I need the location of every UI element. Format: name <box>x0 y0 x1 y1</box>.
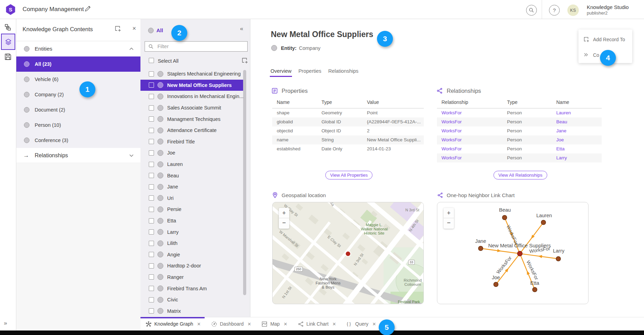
link-cell[interactable]: WorksFor <box>437 126 503 135</box>
add-selected-icon[interactable] <box>241 57 248 64</box>
item-checkbox[interactable] <box>149 184 154 189</box>
entity-list-item[interactable]: Hardtop 2-door <box>140 260 243 272</box>
filter-input[interactable]: Filter <box>145 41 248 52</box>
entity-type-row[interactable]: Document (2) <box>16 102 140 117</box>
link-cell[interactable]: Etta <box>552 144 602 153</box>
entity-list-item[interactable]: Ranger <box>140 272 243 283</box>
view-tab-map[interactable]: Map✕ <box>256 317 292 330</box>
item-checkbox[interactable] <box>149 274 154 280</box>
entity-list-item[interactable]: Persie <box>140 204 243 215</box>
collapse-list-panel-icon[interactable]: « <box>240 25 243 32</box>
link-cell[interactable]: Beau <box>552 117 602 126</box>
entity-list-item[interactable]: Angie <box>140 249 243 261</box>
item-checkbox[interactable] <box>149 173 154 178</box>
select-all-checkbox[interactable] <box>149 58 154 63</box>
expand-rail-icon[interactable]: » <box>4 320 7 327</box>
one-hop-link-chart[interactable]: WorksForWorksForWorksForWorksForBeauLaur… <box>437 202 589 304</box>
entity-type-row[interactable]: Conference (3) <box>16 133 140 148</box>
item-checkbox[interactable] <box>149 241 154 246</box>
contents-rail-selected[interactable] <box>1 34 15 50</box>
entity-list-item[interactable]: Lauren <box>140 159 243 170</box>
view-tab-dashboard[interactable]: Dashboard✕ <box>206 317 256 330</box>
view-all-relationships-button[interactable]: View All Relationships <box>493 171 547 179</box>
item-checkbox[interactable] <box>149 263 154 268</box>
link-cell[interactable]: Jane <box>552 126 602 135</box>
chart-zoom-control[interactable]: +− <box>444 208 454 229</box>
record-tab-properties[interactable]: Properties <box>298 68 322 77</box>
entity-type-row[interactable]: Vehicle (6) <box>16 72 140 87</box>
link-cell[interactable]: Larry <box>552 153 602 162</box>
item-checkbox[interactable] <box>149 94 154 99</box>
zoom-out-button[interactable]: − <box>279 218 289 228</box>
link-cell[interactable]: WorksFor <box>437 144 503 153</box>
edit-title-icon[interactable] <box>84 5 91 12</box>
link-cell[interactable]: Lauren <box>552 108 602 117</box>
entity-list-item[interactable]: Attendance Certificate <box>140 125 243 136</box>
relationships-section-header[interactable]: → Relationships <box>16 148 140 163</box>
item-checkbox[interactable] <box>149 128 154 133</box>
view-tab-query[interactable]: { }Query✕ <box>341 317 381 330</box>
entity-list-item[interactable]: Firebird Trans Am <box>140 283 243 294</box>
link-cell[interactable]: WorksFor <box>437 135 503 144</box>
entity-list-item[interactable]: Joe <box>140 147 243 159</box>
entity-list-item[interactable]: Lilith <box>140 238 243 249</box>
chart-zoom-in-button[interactable]: + <box>444 208 454 218</box>
schema-hierarchy-icon[interactable] <box>4 24 12 31</box>
help-button[interactable]: ? <box>549 5 560 16</box>
avatar[interactable]: KS <box>567 5 579 16</box>
entity-list-item[interactable]: Sales Associate Summit <box>140 102 243 114</box>
close-tab-icon[interactable]: ✕ <box>284 321 287 327</box>
search-button[interactable] <box>526 5 537 16</box>
item-checkbox[interactable] <box>149 229 154 235</box>
close-tab-icon[interactable]: ✕ <box>332 321 336 327</box>
item-checkbox[interactable] <box>149 71 154 77</box>
entity-list-item[interactable]: Beau <box>140 170 243 181</box>
zoom-in-button[interactable]: + <box>279 208 289 218</box>
entity-list-item[interactable]: Civic <box>140 294 243 306</box>
entity-list-item[interactable]: Managment Techniques <box>140 113 243 125</box>
view-tab-link-chart[interactable]: Link Chart✕ <box>293 317 342 330</box>
entities-section-header[interactable]: Entities <box>16 41 140 56</box>
view-all-properties-button[interactable]: View All Properties <box>325 171 372 179</box>
item-checkbox[interactable] <box>149 162 154 167</box>
entity-type-row[interactable]: Person (10) <box>16 117 140 133</box>
item-checkbox[interactable] <box>149 207 154 212</box>
entity-list-item[interactable]: Innovations in Mechanical Engin... <box>140 91 243 102</box>
save-icon[interactable] <box>4 53 12 61</box>
expand-relationships-icon[interactable] <box>129 154 134 157</box>
collapse-entities-icon[interactable] <box>129 47 134 50</box>
menu-item-add-record[interactable]: Add Record To <box>578 34 632 45</box>
record-tab-relationships[interactable]: Relationships <box>328 68 359 77</box>
item-checkbox[interactable] <box>149 195 154 201</box>
item-checkbox[interactable] <box>149 297 154 302</box>
link-cell[interactable]: WorksFor <box>437 153 503 162</box>
item-checkbox[interactable] <box>149 308 154 314</box>
geospatial-map[interactable]: W Clay StSaW Marshall StE Clay StN 3rd S… <box>272 202 424 304</box>
close-tab-icon[interactable]: ✕ <box>247 321 251 327</box>
item-checkbox[interactable] <box>149 139 154 144</box>
entity-list-item[interactable]: Larry <box>140 226 243 238</box>
link-cell[interactable]: WorksFor <box>437 108 503 117</box>
entity-list-item[interactable]: Matrix <box>140 305 243 317</box>
close-panel-icon[interactable]: × <box>131 25 137 32</box>
item-checkbox[interactable] <box>149 286 154 291</box>
chart-zoom-out-button[interactable]: − <box>444 218 454 228</box>
item-checkbox[interactable] <box>149 218 154 223</box>
item-checkbox[interactable] <box>149 252 154 257</box>
link-cell[interactable]: Joe <box>552 135 602 144</box>
entity-list-item[interactable]: Firebird Title <box>140 136 243 148</box>
record-tab-overview[interactable]: Overview <box>270 68 292 77</box>
add-to-contents-icon[interactable] <box>114 25 121 32</box>
map-zoom-control[interactable]: +− <box>279 208 289 229</box>
item-checkbox[interactable] <box>149 105 154 111</box>
item-checkbox[interactable] <box>149 82 154 88</box>
entity-list-item[interactable]: New Metal Office Suppliers <box>140 80 243 91</box>
entity-list-item[interactable]: Staplers Mechanical Engineering <box>140 68 243 80</box>
entity-list-item[interactable]: Uri <box>140 193 243 204</box>
entity-list-item[interactable]: Etta <box>140 215 243 227</box>
close-tab-icon[interactable]: ✕ <box>372 321 376 327</box>
entity-type-row[interactable]: All (23) <box>16 56 140 72</box>
view-tab-knowledge-graph[interactable]: Knowledge Graph✕ <box>140 317 206 330</box>
list-scrollbar[interactable] <box>243 70 246 295</box>
app-logo-icon[interactable]: S <box>6 4 16 15</box>
